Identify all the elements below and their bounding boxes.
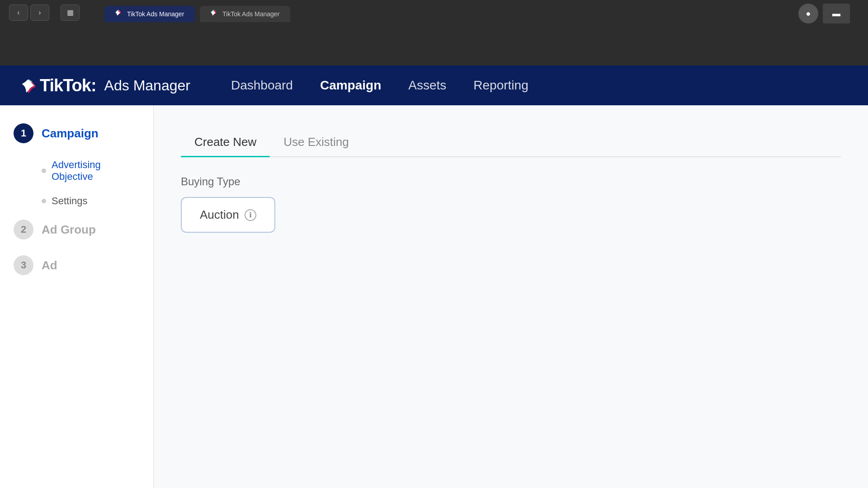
substep-settings-label: Settings — [52, 195, 88, 207]
substep-advertising-objective[interactable]: Advertising Objective — [42, 159, 140, 183]
browser-actions: ● ▬ — [798, 4, 850, 23]
step-ad-label: Ad — [42, 258, 57, 272]
forward-button[interactable]: › — [30, 5, 49, 21]
tab-create-new[interactable]: Create New — [181, 128, 270, 156]
nav-item-assets[interactable]: Assets — [408, 75, 446, 96]
brand-name: TikTok: — [40, 76, 96, 95]
tab-1-icon — [113, 9, 123, 19]
step-campaign-label: Campaign — [42, 127, 99, 141]
main-content: TikTok: Ads Manager Dashboard Campaign A… — [0, 66, 868, 488]
tab-1[interactable]: TikTok Ads Manager — [104, 6, 195, 22]
nav-menu: Dashboard Campaign Assets Reporting — [231, 75, 528, 96]
brand-subtitle: Ads Manager — [104, 77, 190, 94]
sidebar-toggle-button[interactable]: ▦ — [61, 5, 80, 21]
auction-button[interactable]: Auction ℹ — [181, 197, 275, 233]
tiktok-brand-icon — [18, 77, 34, 94]
menu-button[interactable]: ▬ — [823, 4, 850, 23]
nav-buttons: ‹ › — [9, 5, 49, 21]
nav-item-dashboard[interactable]: Dashboard — [231, 75, 293, 96]
step-ad-group-label: Ad Group — [42, 223, 96, 237]
step-campaign[interactable]: 1 Campaign — [14, 123, 140, 143]
substep-advertising-objective-label: Advertising Objective — [52, 159, 140, 183]
tab-switcher: Create New Use Existing — [181, 128, 841, 157]
tab-2-label: TikTok Ads Manager — [222, 10, 279, 18]
buying-type-label: Buying Type — [181, 175, 841, 188]
info-icon[interactable]: ℹ — [245, 209, 256, 221]
step-campaign-number: 1 — [14, 123, 33, 143]
profile-button[interactable]: ● — [798, 4, 818, 23]
step-ad-number: 3 — [14, 255, 33, 275]
main-panel: Create New Use Existing Buying Type Auct… — [154, 105, 868, 488]
nav-item-campaign[interactable]: Campaign — [320, 75, 381, 96]
browser-toolbar: ‹ › ▦ TikTok Ads Manager — [0, 0, 868, 25]
tiktok-ui: TikTok: Ads Manager Dashboard Campaign A… — [0, 66, 868, 488]
substep-settings[interactable]: Settings — [42, 195, 140, 207]
brand-logo: TikTok: Ads Manager — [18, 76, 190, 95]
step-ad-group[interactable]: 2 Ad Group — [14, 220, 140, 239]
tab-bar: TikTok Ads Manager TikTok Ads Manager — [95, 3, 299, 22]
left-sidebar: 1 Campaign Advertising Objective Setting… — [0, 105, 154, 488]
nav-item-reporting[interactable]: Reporting — [473, 75, 528, 96]
step-ad[interactable]: 3 Ad — [14, 255, 140, 275]
tab-2-icon — [209, 9, 218, 19]
tab-2[interactable]: TikTok Ads Manager — [200, 6, 290, 22]
buying-type-section: Buying Type Auction ℹ — [181, 175, 841, 233]
substep-advertising-objective-dot — [42, 169, 46, 173]
tab-1-label: TikTok Ads Manager — [127, 10, 184, 18]
back-button[interactable]: ‹ — [9, 5, 28, 21]
content-area: 1 Campaign Advertising Objective Setting… — [0, 105, 868, 488]
substep-settings-dot — [42, 199, 46, 203]
tab-use-existing[interactable]: Use Existing — [270, 128, 363, 156]
top-nav: TikTok: Ads Manager Dashboard Campaign A… — [0, 66, 868, 105]
browser-chrome: ‹ › ▦ TikTok Ads Manager — [0, 0, 868, 66]
step-ad-group-number: 2 — [14, 220, 33, 239]
auction-button-label: Auction — [200, 208, 239, 222]
